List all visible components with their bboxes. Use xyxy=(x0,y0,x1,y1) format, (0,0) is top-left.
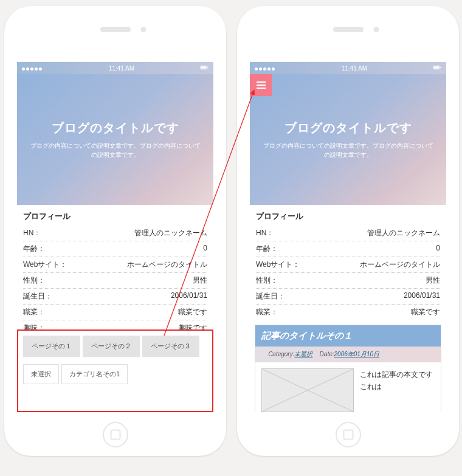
article-date-link[interactable]: 2006年01月10日 xyxy=(334,351,380,357)
nav-highlight-box: ページその１ ページその２ ページその３ 未選択 カテゴリ名その1 xyxy=(17,329,213,412)
profile-row: 誕生日：2006/01/31 xyxy=(23,289,207,305)
phone-mockup-right: 11:41 AM ブログのタイトルです ブログの内容についての説明文章です。ブロ… xyxy=(237,6,459,456)
article-category-link[interactable]: 未選択 xyxy=(294,351,312,357)
status-time: 11:41 AM xyxy=(342,65,367,72)
blog-description: ブログの内容についての説明文章です。ブログの内容についての説明文章です。 xyxy=(262,141,434,159)
profile-row: 誕生日：2006/01/31 xyxy=(256,289,440,305)
svg-rect-1 xyxy=(201,66,206,69)
article-card: 記事のタイトルその１ Category:未選択 Date:2006年01月10日… xyxy=(255,325,441,412)
profile-heading: プロフィール xyxy=(17,205,213,226)
page-nav: ページその１ ページその２ ページその３ xyxy=(23,336,207,357)
profile-row: 職業：職業です xyxy=(256,305,440,320)
home-button-icon xyxy=(103,422,128,447)
page-link[interactable]: ページその３ xyxy=(142,336,199,357)
home-button-icon xyxy=(336,422,361,447)
category-link[interactable]: カテゴリ名その1 xyxy=(61,364,128,384)
profile-list: HN：管理人のニックネーム 年齢：0 Webサイト：ホームページのタイトル 性別… xyxy=(17,226,213,336)
category-link[interactable]: 未選択 xyxy=(23,364,59,384)
profile-row: 年齢：0 xyxy=(256,241,440,257)
screen-right: 11:41 AM ブログのタイトルです ブログの内容についての説明文章です。ブロ… xyxy=(250,62,446,412)
profile-row: Webサイト：ホームページのタイトル xyxy=(256,257,440,273)
status-time: 11:41 AM xyxy=(109,65,134,72)
profile-row: Webサイト：ホームページのタイトル xyxy=(23,257,207,273)
blog-description: ブログの内容についての説明文章です。ブログの内容についての説明文章です。 xyxy=(29,141,201,159)
battery-icon xyxy=(200,64,209,72)
hamburger-menu-button[interactable] xyxy=(250,74,272,96)
svg-rect-5 xyxy=(440,67,441,68)
svg-rect-4 xyxy=(433,66,439,69)
page-link[interactable]: ページその１ xyxy=(23,336,80,357)
article-body: これは記事の本文です これは xyxy=(255,362,441,412)
article-excerpt: これは記事の本文です これは xyxy=(360,368,435,412)
profile-row: 年齢：0 xyxy=(23,241,207,257)
signal-dots-icon xyxy=(255,65,276,72)
blog-title: ブログのタイトルです xyxy=(52,120,179,136)
page-link[interactable]: ページその２ xyxy=(83,336,140,357)
category-nav: 未選択 カテゴリ名その1 xyxy=(23,364,207,384)
profile-row: HN：管理人のニックネーム xyxy=(23,226,207,241)
profile-row: 職業：職業です xyxy=(23,305,207,320)
article-meta: Category:未選択 Date:2006年01月10日 xyxy=(255,347,441,362)
thumbnail-placeholder-icon xyxy=(261,368,354,412)
profile-row: 性別：男性 xyxy=(23,273,207,289)
profile-row: HN：管理人のニックネーム xyxy=(256,226,440,241)
hero-banner: ブログのタイトルです ブログの内容についての説明文章です。ブログの内容についての… xyxy=(17,74,213,205)
article-title[interactable]: 記事のタイトルその１ xyxy=(255,325,441,347)
status-bar: 11:41 AM xyxy=(250,62,446,74)
hero-banner: ブログのタイトルです ブログの内容についての説明文章です。ブログの内容についての… xyxy=(250,74,446,205)
phone-mockup-left: 11:41 AM ブログのタイトルです ブログの内容についての説明文章です。ブロ… xyxy=(4,6,226,456)
blog-title: ブログのタイトルです xyxy=(284,120,412,136)
profile-row: 性別：男性 xyxy=(256,273,440,289)
svg-rect-2 xyxy=(207,67,208,68)
status-bar: 11:41 AM xyxy=(17,62,213,74)
signal-dots-icon xyxy=(22,65,43,72)
profile-heading: プロフィール xyxy=(250,205,446,226)
battery-icon xyxy=(433,64,441,72)
profile-list: HN：管理人のニックネーム 年齢：0 Webサイト：ホームページのタイトル 性別… xyxy=(250,226,446,320)
